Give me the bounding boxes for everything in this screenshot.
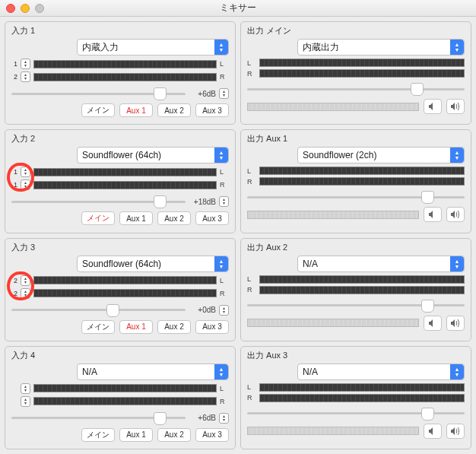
route-button[interactable]: Aux 3 — [195, 428, 229, 442]
route-button[interactable]: Aux 3 — [195, 320, 229, 334]
channel-stepper[interactable]: ▴▾ — [21, 288, 30, 299]
level-meter-r — [33, 181, 217, 189]
level-meter-r — [33, 289, 217, 297]
window-title: ミキサー — [0, 2, 476, 14]
route-button[interactable]: Aux 2 — [157, 320, 191, 334]
channel-side: L — [220, 168, 229, 176]
gain-slider[interactable] — [11, 87, 186, 100]
gain-slider[interactable] — [11, 303, 186, 317]
gain-stepper[interactable]: ▴▾ — [219, 413, 229, 424]
input-panel: 入力 2 Soundflower (64ch) ▲▼ 1 ▴▾ L 1 ▴▾ R — [5, 129, 236, 233]
route-button[interactable]: メイン — [81, 428, 115, 442]
channel-side: R — [247, 394, 256, 402]
volume-slider[interactable] — [247, 190, 465, 204]
device-select[interactable]: 内蔵出力 ▲▼ — [297, 39, 465, 56]
mute-button[interactable] — [424, 424, 442, 439]
channel-stepper[interactable]: ▴▾ — [21, 167, 30, 177]
volume-slider[interactable] — [247, 82, 465, 96]
content: 入力 1 内蔵入力 ▲▼ 1 ▴▾ L 2 ▴▾ R — [0, 17, 476, 454]
device-select-value: 内蔵入力 — [82, 41, 119, 54]
gain-label: +18dB — [189, 198, 216, 206]
route-button[interactable]: メイン — [81, 103, 115, 117]
channel-stepper[interactable]: ▴▾ — [21, 396, 30, 407]
route-button[interactable]: Aux 2 — [157, 428, 191, 442]
gain-stepper[interactable]: ▴▾ — [219, 88, 229, 99]
route-button[interactable]: メイン — [81, 320, 115, 334]
mute-button[interactable] — [424, 207, 442, 222]
volume-button[interactable] — [446, 424, 465, 439]
output-meter — [247, 427, 419, 435]
gain-stepper[interactable]: ▴▾ — [219, 305, 229, 316]
device-select-value: Soundflower (64ch) — [82, 259, 161, 269]
gain-label: +6dB — [189, 90, 216, 98]
chevron-updown-icon: ▲▼ — [450, 364, 464, 379]
route-button[interactable]: Aux 2 — [157, 103, 191, 117]
close-icon[interactable] — [6, 4, 15, 13]
speaker-icon — [428, 319, 437, 328]
channel-number: 2 — [11, 277, 17, 284]
device-select[interactable]: N/A ▲▼ — [297, 364, 465, 380]
route-button[interactable]: メイン — [81, 211, 115, 225]
volume-slider[interactable] — [247, 299, 465, 313]
speaker-loud-icon — [450, 319, 461, 328]
level-meter-r — [259, 69, 465, 78]
route-button[interactable]: Aux 1 — [119, 211, 153, 225]
panel-label: 出力 メイン — [247, 25, 465, 37]
channel-side: L — [220, 385, 229, 392]
route-button[interactable]: Aux 3 — [195, 103, 229, 117]
channel-stepper[interactable]: ▴▾ — [21, 383, 30, 394]
minimize-icon[interactable] — [21, 4, 30, 13]
input-panel: 入力 3 Soundflower (64ch) ▲▼ 2 ▴▾ L 2 ▴▾ R — [5, 238, 236, 341]
panel-label: 出力 Aux 2 — [247, 242, 465, 253]
channel-number: 2 — [11, 290, 17, 297]
device-select[interactable]: N/A ▲▼ — [77, 364, 229, 380]
device-select-value: Soundflower (64ch) — [82, 150, 161, 160]
device-select[interactable]: N/A ▲▼ — [297, 256, 465, 272]
gain-slider[interactable] — [11, 195, 186, 208]
volume-button[interactable] — [446, 316, 465, 331]
level-meter-l — [259, 275, 465, 284]
route-button[interactable]: Aux 2 — [157, 211, 191, 225]
channel-side: L — [247, 383, 256, 391]
device-select[interactable]: 内蔵入力 ▲▼ — [77, 39, 229, 56]
gain-slider[interactable] — [11, 411, 186, 425]
zoom-icon[interactable] — [35, 4, 44, 13]
device-select-value: N/A — [82, 367, 97, 377]
output-panel: 出力 メイン 内蔵出力 ▲▼ L R — [240, 21, 471, 125]
device-select[interactable]: Soundflower (64ch) ▲▼ — [77, 147, 229, 164]
route-button[interactable]: Aux 1 — [119, 428, 153, 442]
channel-side: R — [220, 181, 229, 189]
window-controls — [6, 4, 44, 13]
mute-button[interactable] — [424, 316, 442, 331]
channel-stepper[interactable]: ▴▾ — [21, 275, 30, 286]
speaker-icon — [428, 210, 437, 219]
channel-side: L — [220, 60, 229, 68]
output-meter — [247, 319, 419, 327]
device-select[interactable]: Soundflower (2ch) ▲▼ — [297, 147, 465, 164]
level-meter-r — [259, 177, 465, 186]
volume-button[interactable] — [446, 207, 465, 222]
device-select[interactable]: Soundflower (64ch) ▲▼ — [77, 256, 229, 272]
panel-label: 出力 Aux 3 — [247, 350, 465, 361]
channel-side: R — [247, 286, 256, 294]
panel-label: 出力 Aux 1 — [247, 133, 465, 144]
output-meter — [247, 103, 419, 111]
volume-slider[interactable] — [247, 407, 465, 421]
route-button[interactable]: Aux 1 — [119, 103, 153, 117]
route-button[interactable]: Aux 1 — [119, 320, 153, 334]
level-meter-r — [33, 397, 217, 405]
mute-button[interactable] — [424, 99, 442, 114]
chevron-updown-icon: ▲▼ — [214, 40, 228, 55]
gain-stepper[interactable]: ▴▾ — [219, 196, 229, 207]
channel-stepper[interactable]: ▴▾ — [21, 179, 30, 190]
chevron-updown-icon: ▲▼ — [450, 148, 464, 163]
output-meter — [247, 211, 419, 219]
speaker-loud-icon — [450, 210, 461, 219]
channel-stepper[interactable]: ▴▾ — [21, 59, 30, 69]
chevron-updown-icon: ▲▼ — [450, 40, 464, 55]
level-meter-r — [259, 394, 465, 402]
volume-button[interactable] — [446, 99, 465, 114]
channel-stepper[interactable]: ▴▾ — [21, 71, 30, 82]
device-select-value: N/A — [303, 259, 318, 269]
route-button[interactable]: Aux 3 — [195, 211, 229, 225]
